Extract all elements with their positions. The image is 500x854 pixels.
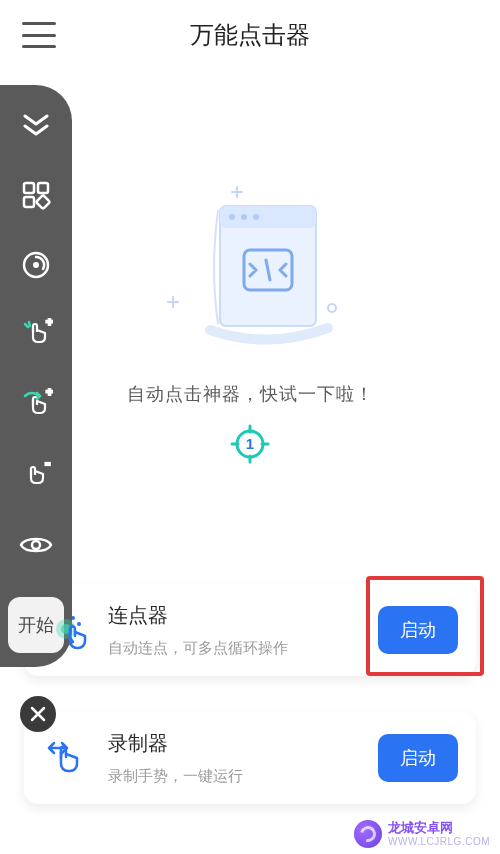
clicker-card-title: 连点器: [108, 602, 362, 629]
recorder-card-subtitle: 录制手势，一键运行: [108, 767, 362, 786]
settings-gear-icon[interactable]: [18, 247, 54, 283]
click-target-marker[interactable]: 1: [230, 424, 270, 464]
svg-point-15: [229, 214, 235, 220]
svg-point-16: [241, 214, 247, 220]
floating-sidebar: + + - 开始: [0, 85, 72, 667]
visibility-eye-icon[interactable]: [18, 527, 54, 563]
collapse-icon[interactable]: [18, 107, 54, 143]
svg-rect-1: [38, 183, 48, 193]
main-content: 自动点击神器，快试一下啦！ 1: [0, 160, 500, 464]
svg-rect-0: [24, 183, 34, 193]
remove-tap-icon[interactable]: -: [18, 457, 54, 493]
start-button[interactable]: 开始: [8, 597, 64, 653]
recorder-card: 录制器 录制手势，一键运行 启动: [24, 712, 476, 804]
add-swipe-icon[interactable]: +: [18, 387, 54, 423]
hamburger-menu-button[interactable]: [22, 22, 56, 48]
app-title: 万能点击器: [190, 19, 310, 51]
svg-point-12: [328, 304, 336, 312]
close-sidebar-button[interactable]: [20, 696, 56, 732]
clicker-start-button[interactable]: 启动: [378, 606, 458, 654]
tap-hint-icon: [54, 617, 94, 657]
watermark-logo-icon: [354, 820, 382, 848]
svg-rect-2: [24, 197, 34, 207]
clicker-card-subtitle: 自动连点，可多点循环操作: [108, 639, 362, 658]
marker-number: 1: [246, 435, 254, 452]
source-watermark: 龙城安卓网 WWW.LCJRLG.COM: [354, 820, 490, 848]
svg-point-17: [253, 214, 259, 220]
svg-point-9: [32, 541, 40, 549]
recorder-start-button[interactable]: 启动: [378, 734, 458, 782]
apps-grid-icon[interactable]: [18, 177, 54, 213]
watermark-line1: 龙城安卓网: [388, 821, 490, 835]
watermark-line2: WWW.LCJRLG.COM: [388, 836, 490, 847]
empty-state-illustration: [140, 160, 360, 360]
app-header: 万能点击器: [0, 0, 500, 70]
svg-text:+: +: [46, 388, 53, 399]
recorder-card-icon: [38, 731, 92, 785]
svg-point-5: [33, 262, 39, 268]
add-tap-icon[interactable]: +: [18, 317, 54, 353]
empty-state-text: 自动点击神器，快试一下啦！: [127, 382, 374, 406]
start-button-label: 开始: [18, 613, 54, 637]
recorder-card-title: 录制器: [108, 730, 362, 757]
svg-rect-3: [36, 195, 50, 209]
svg-text:-: -: [45, 458, 50, 471]
svg-text:+: +: [46, 318, 53, 329]
